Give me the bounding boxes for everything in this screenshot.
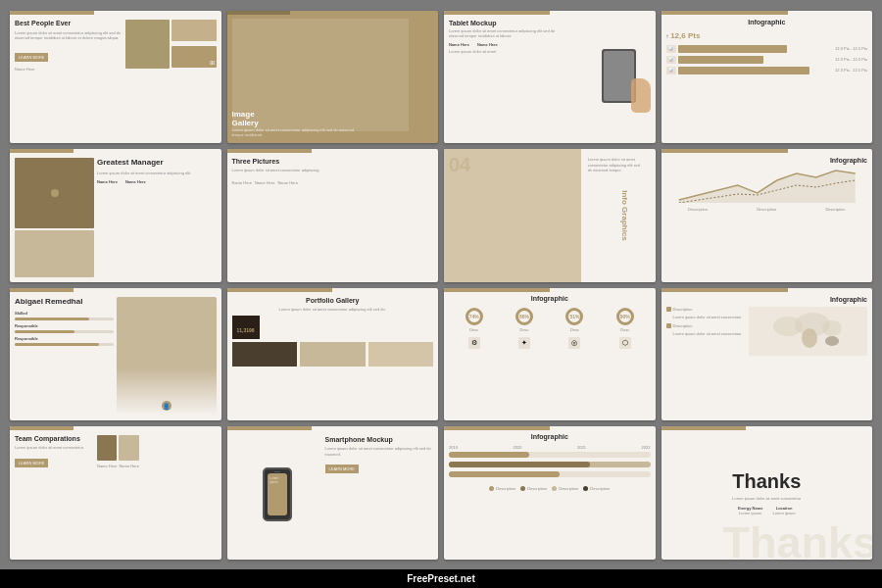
slide-11-icons: ⚙ ✦ ◎ ⬡ — [444, 335, 656, 351]
slide-14-title: Smartphone Mockup — [325, 435, 433, 444]
slide-13-btn[interactable]: LEARN MORE — [15, 459, 48, 467]
slide-4-bar-fill-1 — [678, 45, 787, 53]
slide-13-title: Team Comparations — [15, 435, 94, 443]
slide-6: Three Pictures Lorem ipsum dolor sit ame… — [227, 149, 439, 282]
slide-12-dot-2 — [666, 323, 671, 328]
slide-5-name-2: Name Here — [125, 179, 146, 184]
slide-12-map-svg — [768, 307, 847, 356]
slide-10-gal-2 — [300, 342, 366, 367]
slide-8-label-3: Description — [825, 207, 845, 212]
slide-16-info-label-2: Location — [772, 506, 795, 511]
slide-13: Team Comparations Lorem ipsum dolor sit … — [10, 426, 221, 560]
slide-4-bar-fill-2 — [678, 56, 763, 64]
slide-5-img-1 — [15, 158, 94, 228]
slide-5-content: Greatest Manager Lorem ipsum dolor sit a… — [10, 153, 221, 282]
slide-15-title: Infographic — [444, 430, 656, 443]
slide-16-info-1: Energy Name Lorem ipsum — [738, 506, 763, 515]
slide-5-names: Name Here Name Here — [97, 179, 217, 184]
slide-7: 04 Info Graphics Lorem ipsum dolor sit a… — [444, 149, 656, 282]
slide-9: Abigael Remedhal Skilled Responsible Res… — [10, 288, 221, 421]
slide-6-pic-name-1: Name Here — [232, 180, 252, 185]
slide-10-title: Portfolio Gallery — [232, 297, 434, 304]
slide-11-circle-val-4: 90% — [616, 308, 634, 325]
slide-12-legends: Description Lorem ipsum dolor sit amet c… — [666, 307, 746, 356]
slide-13-photo-1-wrap: Name Here — [97, 435, 117, 468]
slide-8: Infographic Description Description Desc… — [662, 149, 873, 282]
slide-14-btn[interactable]: LEARN MORE — [325, 465, 359, 473]
slide-15-leg-lbl-1: Description — [496, 486, 515, 491]
slide-16-info-label-1: Energy Name — [738, 506, 763, 511]
slide-4-bar-label-1: 12.0 Pts - 12.5 Pts — [835, 46, 867, 51]
slide-12-title: Infographic — [662, 292, 873, 305]
slide-16-info-val-1: Lorem ipsum — [738, 511, 763, 515]
slide-3-hand — [631, 78, 651, 113]
slide-4-bar-icon-3: 📊 — [666, 67, 676, 74]
slide-grid: Best People Ever Lorem ipsum dolor sit a… — [0, 1, 882, 569]
watermark-text: FreePreset.net — [407, 573, 474, 584]
slide-11-circle-4: 90% Desc — [616, 308, 634, 332]
slide-8-title: Infographic — [662, 153, 873, 166]
slide-4-bar-label-3: 12.0 Pts - 12.5 Pts — [835, 68, 867, 73]
slide-15-legend: Description Description Description Desc… — [444, 486, 656, 491]
slide-13-photos: Name Here Name Here — [97, 435, 217, 468]
slide-3-sub: Lorem ipsum dolor sit amet — [449, 49, 557, 54]
slide-15-tl-fill-3 — [449, 471, 560, 477]
slide-14-speaker — [274, 471, 280, 472]
slide-11-circle-lbl-4: Desc — [620, 327, 629, 332]
slide-3: Tablet Mockup Lorem ipsum dolor sit amet… — [444, 11, 656, 144]
slide-13-photo-name-2: Name Here — [119, 464, 138, 468]
slide-9-icon: 👤 — [162, 401, 172, 411]
slide-13-photo-1 — [97, 435, 117, 461]
slide-14-screen-content: Lorem ipsum — [268, 473, 287, 487]
slide-4: Infographic ↑ 12,6 Pts 📊 12.0 Pts - 12.5… — [662, 11, 873, 144]
slide-8-svg — [666, 166, 868, 203]
slide-3-tablet — [560, 20, 650, 139]
slide-7-num: 04 — [449, 154, 470, 176]
slide-8-label-1: Description — [688, 207, 708, 212]
slide-2: ImageGallery Lorem ipsum dolor sit amet … — [227, 11, 439, 144]
slide-4-bars: 📊 12.0 Pts - 12.5 Pts 📊 12.0 Pts - 12.5 … — [662, 42, 873, 77]
slide-6-body: Lorem ipsum dolor sit amet consectetur a… — [232, 168, 434, 173]
slide-4-bar-icon-1: 📊 — [666, 45, 676, 53]
slide-15: Infographic 2019202020212022 Description — [444, 426, 656, 560]
slide-5-imgs — [15, 158, 94, 277]
slide-13-photo-2 — [119, 435, 138, 461]
slide-9-skillbar-1 — [15, 318, 114, 320]
slide-4-bar-icon-2: 📊 — [666, 56, 676, 64]
slide-2-topbar — [227, 11, 291, 15]
slide-13-content: Team Comparations Lorem ipsum dolor sit … — [10, 430, 221, 473]
slide-9-person: 👤 — [117, 297, 216, 416]
slide-11-circle-1: 74% Desc — [466, 308, 483, 332]
slide-4-bar-label-2: 12.0 Pts - 12.5 Pts — [835, 57, 867, 62]
slide-15-tl-bar-1 — [449, 452, 651, 458]
slide-1-img-2 — [172, 20, 216, 41]
slide-11-icon-1: ⚙ — [468, 337, 480, 349]
slide-6-pic-2-wrap: Name Here — [255, 177, 274, 185]
slide-5: Greatest Manager Lorem ipsum dolor sit a… — [10, 149, 221, 282]
slide-12-content: Description Lorem ipsum dolor sit amet c… — [662, 305, 873, 358]
slide-11-circles: 74% Desc 86% Desc 51% Desc 90% Desc — [444, 305, 656, 335]
slide-6-title: Three Pictures — [232, 158, 434, 165]
slide-15-leg-3: Description — [552, 486, 578, 491]
slide-14-body: Lorem ipsum dolor sit amet consectetur a… — [325, 446, 433, 457]
slide-9-skillfill-2 — [15, 330, 74, 333]
slide-16-info-val-2: Lorem ipsum — [772, 511, 795, 515]
slide-14-text: Smartphone Mockup Lorem ipsum dolor sit … — [325, 435, 433, 555]
slide-16: Thanks Thanks Lorem ipsum dolor sit amet… — [662, 426, 873, 560]
slide-15-leg-dot-1 — [489, 486, 494, 491]
slide-9-skillbar-3 — [15, 343, 114, 346]
slide-4-bar-3: 📊 12.0 Pts - 12.5 Pts — [666, 67, 868, 74]
slide-11-circle-lbl-2: Desc — [520, 327, 529, 332]
slide-1-btn[interactable]: LEARN MORE — [15, 53, 48, 62]
slide-5-avatar — [51, 189, 59, 197]
slide-8-label-2: Description — [757, 207, 776, 212]
slide-5-body: Lorem ipsum dolor sit amet consectetur a… — [97, 171, 217, 176]
svg-point-5 — [825, 336, 839, 346]
slide-6-content: Three Pictures Lorem ipsum dolor sit ame… — [227, 153, 439, 190]
slide-15-leg-lbl-2: Description — [527, 486, 547, 491]
slide-16-bg-text: Thanks — [722, 520, 872, 560]
slide-12-legend-text-1: Description — [673, 307, 693, 312]
slide-4-stat: ↑ 12,6 Pts — [662, 29, 873, 42]
slide-3-title: Tablet Mockup — [449, 20, 557, 26]
slide-5-name-1: Name Here — [97, 179, 118, 184]
